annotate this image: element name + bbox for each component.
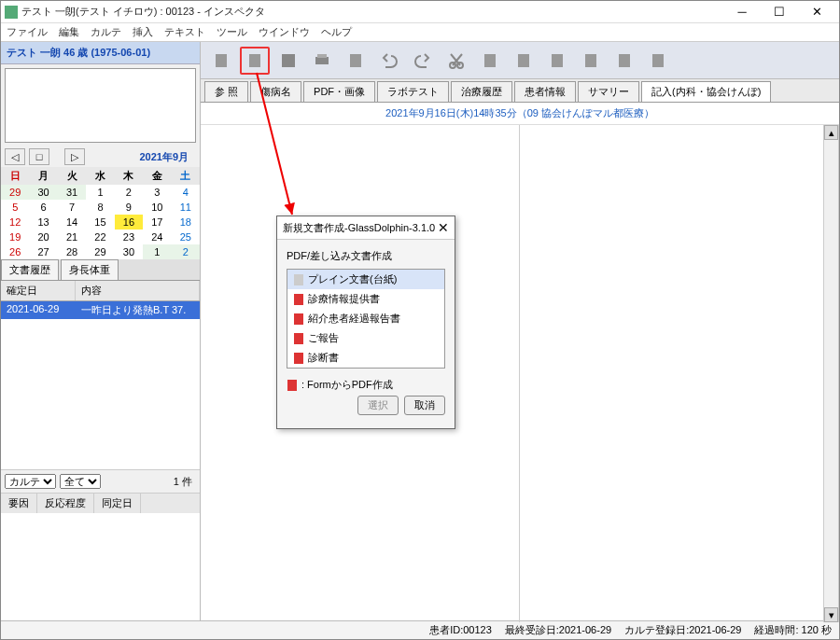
schema-canvas[interactable] xyxy=(5,68,196,143)
cal-day[interactable]: 12 xyxy=(1,215,29,230)
scroll-track[interactable] xyxy=(824,140,838,607)
cal-day[interactable]: 13 xyxy=(29,215,57,230)
right-pane[interactable]: ▴ ▾ xyxy=(520,125,839,622)
cal-day[interactable]: 29 xyxy=(1,185,29,200)
cal-day[interactable]: 8 xyxy=(86,200,114,215)
cal-day[interactable]: 29 xyxy=(86,244,114,259)
tab-doc-history[interactable]: 文書履歴 xyxy=(1,259,59,280)
menu-window[interactable]: ウインドウ xyxy=(259,25,310,39)
cal-day[interactable]: 17 xyxy=(143,215,171,230)
cal-day[interactable]: 9 xyxy=(115,200,143,215)
tag-header: 要因 反応程度 同定日 xyxy=(1,493,200,513)
cal-day[interactable]: 10 xyxy=(143,200,171,215)
cal-stop-button[interactable]: □ xyxy=(29,148,49,165)
maintab-5[interactable]: 患者情報 xyxy=(514,81,576,102)
content-dateline: 2021年9月16日(木)14時35分（09 協会けんぽマル都医療） xyxy=(201,103,839,125)
dialog-close-button[interactable]: ✕ xyxy=(438,220,449,235)
cal-day[interactable]: 11 xyxy=(172,200,200,215)
maintab-4[interactable]: 治療履歴 xyxy=(451,81,512,102)
template-item[interactable]: 紹介患者経過報告書 xyxy=(287,309,444,328)
cal-day[interactable]: 7 xyxy=(58,200,86,215)
cal-day[interactable]: 2 xyxy=(115,185,143,200)
menu-edit[interactable]: 編集 xyxy=(59,25,79,39)
print-button[interactable] xyxy=(307,47,337,75)
maintab-0[interactable]: 参 照 xyxy=(204,81,248,102)
template-item[interactable]: ご報告 xyxy=(287,328,444,348)
new-template-button[interactable] xyxy=(240,47,270,75)
maintab-6[interactable]: サマリー xyxy=(578,81,639,102)
stamp-button[interactable] xyxy=(609,47,639,75)
menu-insert[interactable]: 挿入 xyxy=(133,25,153,39)
scroll-down-button[interactable]: ▾ xyxy=(824,607,838,622)
copy-icon xyxy=(481,51,499,70)
maintab-2[interactable]: PDF・画像 xyxy=(303,81,375,102)
history-row[interactable]: 2021-06-29 一昨日より発熱B.T 37. xyxy=(1,301,200,319)
new-doc-button[interactable] xyxy=(206,47,236,75)
maintab-1[interactable]: 傷病名 xyxy=(250,81,301,102)
cal-day[interactable]: 5 xyxy=(1,200,29,215)
cal-day[interactable]: 30 xyxy=(115,244,143,259)
cal-day[interactable]: 26 xyxy=(1,244,29,259)
cal-day[interactable]: 3 xyxy=(143,185,171,200)
cal-day[interactable]: 21 xyxy=(58,230,86,244)
dialog-select-button[interactable]: 選択 xyxy=(357,396,399,415)
vertical-scrollbar[interactable]: ▴ ▾ xyxy=(823,125,838,622)
cal-day[interactable]: 22 xyxy=(86,230,114,244)
new-template-icon xyxy=(245,51,264,70)
cal-day[interactable]: 2 xyxy=(172,244,200,259)
image-tool-button[interactable] xyxy=(576,47,606,75)
filter-all[interactable]: 全て xyxy=(60,474,101,489)
tag-reaction: 反応程度 xyxy=(37,494,94,513)
dialog-template-list[interactable]: プレイン文書(台紙)診療情報提供書紹介患者経過報告書ご報告診断書 xyxy=(287,269,445,369)
cal-day[interactable]: 1 xyxy=(143,244,171,259)
menu-help[interactable]: ヘルプ xyxy=(321,25,352,39)
template-item[interactable]: 診断書 xyxy=(287,348,444,368)
cal-day[interactable]: 28 xyxy=(58,244,86,259)
filter-type[interactable]: カルテ xyxy=(5,474,56,489)
account-button[interactable] xyxy=(643,47,673,75)
close-button[interactable]: ✕ xyxy=(798,2,835,22)
copy-button[interactable] xyxy=(475,47,505,75)
cut-button[interactable] xyxy=(441,47,471,75)
maximize-button[interactable]: ☐ xyxy=(761,2,798,22)
tab-height-weight[interactable]: 身長体重 xyxy=(61,259,119,280)
cal-day[interactable]: 25 xyxy=(172,230,200,244)
redo-button[interactable] xyxy=(408,47,438,75)
menu-karte[interactable]: カルテ xyxy=(91,25,121,39)
cal-day[interactable]: 1 xyxy=(86,185,114,200)
cal-day[interactable]: 18 xyxy=(172,215,200,230)
save-button[interactable] xyxy=(273,47,303,75)
maintab-3[interactable]: ラボテスト xyxy=(377,81,449,102)
cal-day[interactable]: 15 xyxy=(86,215,114,230)
template-item[interactable]: プレイン文書(台紙) xyxy=(287,270,444,289)
menu-tool[interactable]: ツール xyxy=(217,25,247,39)
cal-next-button[interactable]: ▷ xyxy=(64,148,85,165)
dialog-cancel-button[interactable]: 取消 xyxy=(404,396,445,415)
cal-day[interactable]: 23 xyxy=(115,230,143,244)
svg-rect-2 xyxy=(315,57,329,64)
redo-icon xyxy=(413,51,432,70)
history-list[interactable]: 2021-06-29 一昨日より発熱B.T 37. xyxy=(1,301,200,469)
undo-button[interactable] xyxy=(374,47,404,75)
minimize-button[interactable]: ─ xyxy=(723,2,761,22)
cal-day[interactable]: 24 xyxy=(143,230,171,244)
cal-day[interactable]: 30 xyxy=(29,185,57,200)
menu-file[interactable]: ファイル xyxy=(7,25,48,39)
cal-day[interactable]: 4 xyxy=(172,185,200,200)
cal-day[interactable]: 27 xyxy=(29,244,57,259)
maintab-7[interactable]: 記入(内科・協会けんぽ) xyxy=(641,81,771,102)
menu-text[interactable]: テキスト xyxy=(164,25,205,39)
template-item[interactable]: 診療情報提供書 xyxy=(287,289,444,309)
paste-button[interactable] xyxy=(509,47,539,75)
cal-day[interactable]: 6 xyxy=(29,200,57,215)
tag-list[interactable] xyxy=(1,513,200,620)
cal-day[interactable]: 14 xyxy=(58,215,86,230)
cal-day[interactable]: 16 xyxy=(115,215,143,230)
text-tool-button[interactable] xyxy=(542,47,572,75)
document-button[interactable] xyxy=(341,47,371,75)
cal-prev-button[interactable]: ◁ xyxy=(5,148,25,165)
cal-day[interactable]: 31 xyxy=(58,185,86,200)
cal-day[interactable]: 20 xyxy=(29,230,57,244)
cal-day[interactable]: 19 xyxy=(1,230,29,244)
scroll-up-button[interactable]: ▴ xyxy=(824,125,838,140)
